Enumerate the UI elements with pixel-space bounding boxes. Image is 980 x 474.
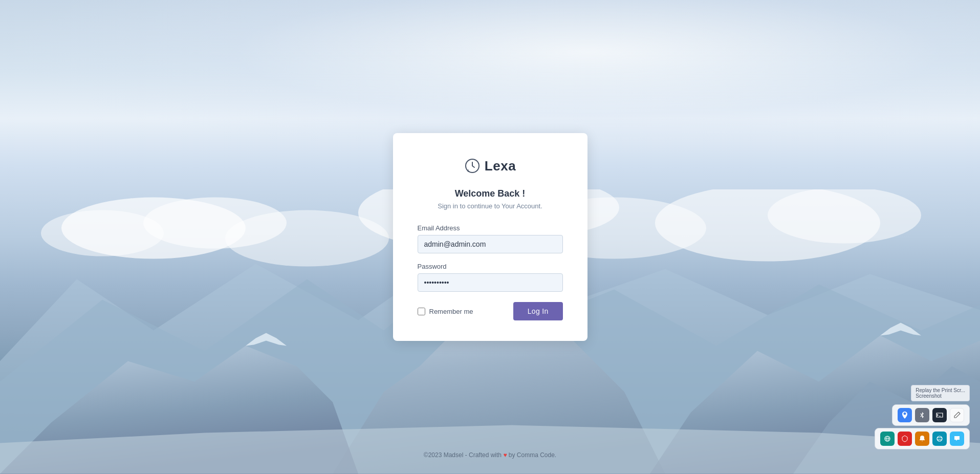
taskbar-overlay: Replay the Print Scr... Screenshot [875, 385, 970, 449]
taskbar-icon-vpn[interactable] [898, 432, 912, 446]
taskbar-icons-row-top [892, 404, 970, 426]
taskbar-icon-chat[interactable] [950, 432, 964, 446]
taskbar-icon-maps[interactable] [898, 408, 912, 422]
remember-label[interactable]: Remember me [429, 308, 473, 315]
taskbar-icon-browser[interactable] [932, 432, 947, 446]
login-button[interactable]: Log In [513, 302, 563, 320]
footer: ©2023 Madsel - Crafted with ♥ by Comma C… [424, 451, 556, 459]
welcome-title: Welcome Back ! [418, 188, 563, 199]
remember-checkbox[interactable] [418, 308, 425, 315]
clock-icon [464, 158, 481, 174]
taskbar-icon-notification[interactable] [915, 432, 929, 446]
taskbar-tooltip: Replay the Print Scr... Screenshot [911, 385, 970, 401]
taskbar-icons-row-bottom [875, 428, 970, 449]
remember-area: Remember me [418, 308, 473, 315]
taskbar-icon-globe[interactable] [880, 432, 895, 446]
footer-text-after: by Comma Code. [507, 451, 557, 459]
svg-point-21 [937, 436, 942, 441]
taskbar-icon-terminal[interactable] [932, 408, 947, 422]
logo-text: Lexa [485, 158, 516, 174]
footer-text-before: ©2023 Madsel - Crafted with [424, 451, 504, 459]
email-form-group: Email Address [418, 224, 563, 253]
tooltip-line2: Screenshot [916, 393, 965, 399]
form-actions-row: Remember me Log In [418, 302, 563, 320]
email-input[interactable] [418, 235, 563, 253]
tooltip-line1: Replay the Print Scr... [916, 387, 965, 393]
email-label: Email Address [418, 224, 563, 232]
taskbar-icon-pen[interactable] [950, 408, 964, 422]
page-wrapper: Lexa Welcome Back ! Sign in to continue … [0, 0, 980, 474]
password-input[interactable] [418, 273, 563, 292]
logo-area: Lexa [418, 158, 563, 174]
login-card: Lexa Welcome Back ! Sign in to continue … [393, 133, 587, 341]
taskbar-icon-bluetooth[interactable] [915, 408, 929, 422]
welcome-subtitle: Sign in to continue to Your Account. [418, 202, 563, 210]
footer-heart: ♥ [503, 451, 507, 459]
password-label: Password [418, 263, 563, 270]
password-form-group: Password [418, 263, 563, 292]
